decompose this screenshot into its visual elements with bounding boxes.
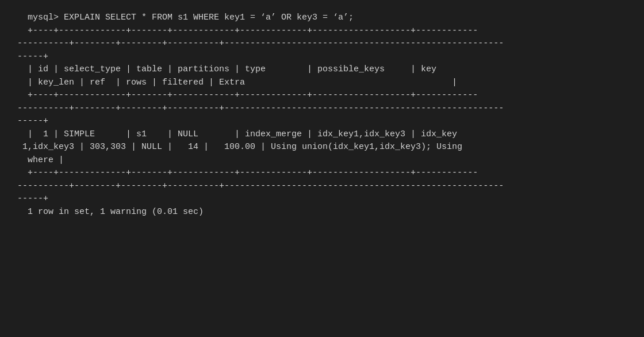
terminal-window: mysql> EXPLAIN SELECT * FROM s1 WHERE ke… bbox=[0, 0, 644, 337]
